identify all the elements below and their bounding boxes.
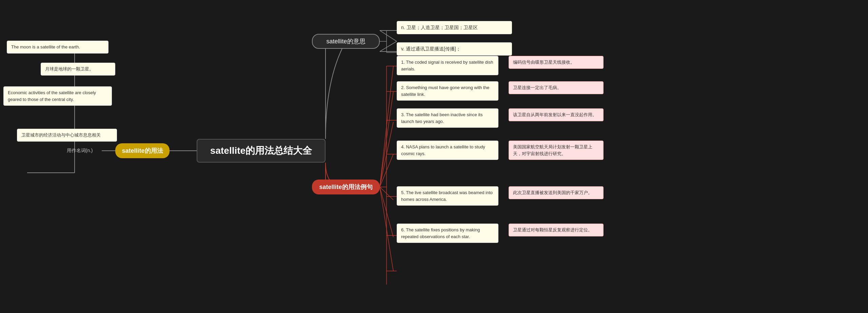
left-example-1-zh: 月球是地球的一颗卫星。: [41, 63, 115, 76]
left-example-1-en: The moon is a satellite of the earth.: [7, 41, 108, 54]
example-4-en: 4. NASA plans to launch a satellite to s…: [397, 141, 498, 160]
meaning-node[interactable]: satellite的意思: [312, 34, 380, 49]
example-1-zh: 编码信号由碟形卫星天线接收。: [509, 56, 604, 69]
examples-node[interactable]: satellite的用法例句: [312, 180, 380, 194]
example-3-zh: 该卫星自从两年前发射以来一直没起作用。: [509, 108, 604, 121]
svg-line-21: [380, 91, 393, 187]
definition-box-2: v. 通过通讯卫星播送[传播]；: [397, 42, 512, 56]
svg-line-23: [380, 154, 393, 187]
definition-box-1: n. 卫星；人造卫星；卫星国；卫星区: [397, 21, 512, 34]
example-2-en: 2. Something must have gone wrong with t…: [397, 81, 498, 101]
svg-line-25: [380, 187, 393, 237]
central-node[interactable]: satellite的用法总结大全: [197, 139, 326, 163]
left-example-2-en: Economic activities of the satellite are…: [3, 86, 112, 106]
example-5-en: 5. The live satellite broadcast was beam…: [397, 186, 498, 206]
example-6-en: 6. The satellite fixes positions by maki…: [397, 224, 498, 243]
svg-line-13: [380, 41, 397, 51]
pos-label: 用作名词(n.): [47, 145, 112, 156]
svg-line-26: [380, 187, 393, 271]
svg-line-24: [380, 187, 393, 200]
svg-line-22: [380, 122, 393, 187]
example-3-en: 3. The satellite had been inactive since…: [397, 108, 498, 128]
example-5-zh: 此次卫星直播被发送到美国的千家万户。: [509, 186, 604, 199]
example-6-zh: 卫星通过对每颗恒星反复观察进行定位。: [509, 224, 604, 236]
left-example-2-zh: 卫星城市的经济活动与中心城市息息相关: [17, 129, 117, 142]
usage-label: satellite的用法: [122, 147, 163, 155]
examples-label: satellite的用法例句: [319, 183, 372, 191]
svg-line-12: [380, 30, 397, 41]
central-label: satellite的用法总结大全: [210, 144, 312, 157]
example-2-zh: 卫星连接一定出了毛病。: [509, 81, 604, 94]
usage-node[interactable]: satellite的用法: [115, 143, 170, 158]
svg-line-20: [380, 66, 393, 187]
example-4-zh: 美国国家航空航天局计划发射一颗卫星上天，对宇宙射线进行研究。: [509, 141, 604, 160]
meaning-label: satellite的意思: [326, 37, 365, 45]
example-1-en: 1. The coded signal is received by satel…: [397, 56, 498, 75]
